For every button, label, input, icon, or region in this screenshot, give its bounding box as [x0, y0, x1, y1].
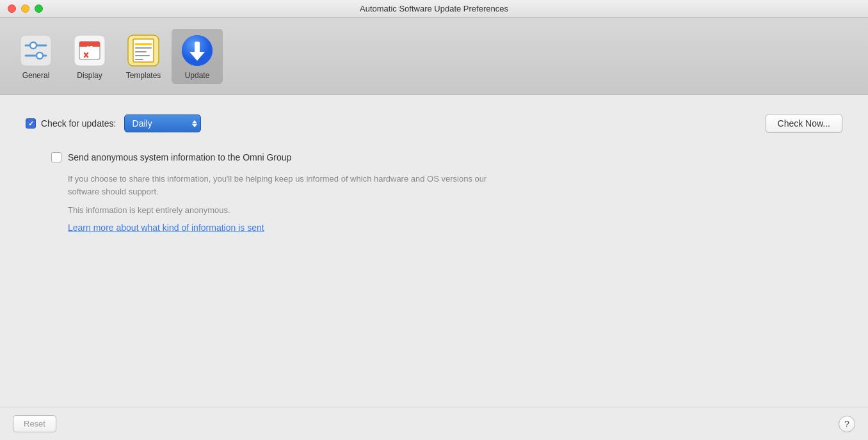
anon-anonymous-text: This information is kept entirely anonym… [68, 205, 842, 215]
check-updates-checkbox-wrapper: Check for updates: [26, 118, 117, 129]
anonymous-section: Send anonymous system information to the… [51, 152, 842, 233]
minimize-button[interactable] [21, 4, 29, 13]
general-icon [18, 33, 54, 68]
tab-general-label: General [22, 71, 50, 80]
maximize-button[interactable] [35, 4, 43, 13]
anonymous-checkbox-row: Send anonymous system information to the… [51, 152, 842, 162]
check-updates-label: Check for updates: [41, 118, 117, 129]
svg-rect-21 [195, 42, 200, 53]
display-icon: 17 [72, 33, 108, 68]
svg-rect-13 [133, 39, 154, 62]
close-button[interactable] [8, 4, 16, 13]
content-area: Check for updates: Daily Hourly Weekly C… [0, 95, 868, 407]
anonymous-label: Send anonymous system information to the… [68, 152, 291, 162]
tab-display[interactable]: 17 Display [64, 29, 115, 84]
tab-templates[interactable]: Templates [118, 29, 169, 84]
bottom-bar: Reset ? [0, 407, 868, 440]
svg-text:17: 17 [86, 45, 93, 51]
frequency-select-wrapper: Daily Hourly Weekly [124, 114, 201, 132]
toolbar: General 17 Display [0, 18, 868, 95]
tab-update[interactable]: Update [172, 29, 223, 84]
tab-templates-label: Templates [126, 71, 161, 80]
svg-point-4 [36, 52, 43, 59]
check-updates-checkbox[interactable] [26, 118, 36, 129]
reset-button[interactable]: Reset [13, 415, 56, 432]
updates-row: Check for updates: Daily Hourly Weekly C… [26, 114, 842, 133]
anonymous-checkbox[interactable] [51, 152, 61, 162]
title-bar: Automatic Software Update Preferences [0, 0, 868, 18]
traffic-lights [8, 4, 43, 13]
templates-icon [125, 33, 161, 68]
frequency-select[interactable]: Daily Hourly Weekly [124, 114, 201, 132]
tab-general[interactable]: General [10, 29, 61, 84]
tab-update-label: Update [185, 71, 210, 80]
anonymous-text-block: If you choose to share this information,… [68, 173, 842, 233]
window-title: Automatic Software Update Preferences [360, 4, 508, 13]
learn-more-link[interactable]: Learn more about what kind of informatio… [68, 223, 842, 233]
anon-description: If you choose to share this information,… [68, 173, 516, 198]
svg-rect-0 [20, 35, 51, 66]
update-icon [179, 33, 215, 68]
svg-point-2 [30, 42, 36, 49]
help-button[interactable]: ? [839, 416, 855, 432]
check-now-button[interactable]: Check Now... [766, 114, 842, 133]
tab-display-label: Display [77, 71, 102, 80]
